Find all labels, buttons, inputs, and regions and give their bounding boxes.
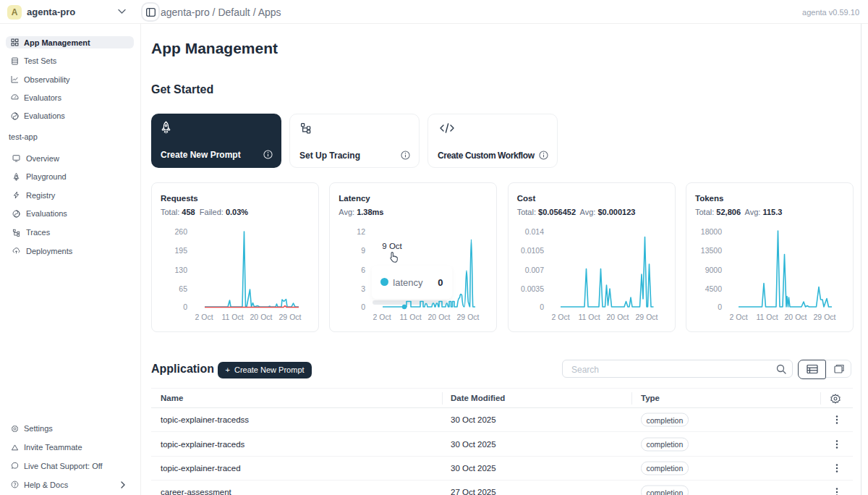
svg-text:9: 9 <box>361 246 365 255</box>
svg-text:11 Oct: 11 Oct <box>578 313 600 321</box>
svg-text:12: 12 <box>357 227 366 236</box>
svg-text:0: 0 <box>540 302 544 311</box>
svg-text:0: 0 <box>718 302 722 311</box>
svg-text:4500: 4500 <box>705 284 723 293</box>
svg-text:0: 0 <box>183 302 187 311</box>
svg-text:20 Oct: 20 Oct <box>250 313 273 321</box>
svg-text:3: 3 <box>361 284 365 293</box>
svg-text:9000: 9000 <box>705 266 723 274</box>
svg-text:130: 130 <box>174 266 187 274</box>
svg-text:2 Oct: 2 Oct <box>373 313 391 321</box>
svg-text:0.0105: 0.0105 <box>521 246 544 255</box>
svg-text:2 Oct: 2 Oct <box>195 313 213 321</box>
svg-text:29 Oct: 29 Oct <box>457 313 480 321</box>
svg-text:20 Oct: 20 Oct <box>785 313 807 321</box>
svg-text:11 Oct: 11 Oct <box>756 313 778 321</box>
svg-text:6: 6 <box>361 266 365 274</box>
svg-text:2 Oct: 2 Oct <box>551 313 569 321</box>
svg-text:20 Oct: 20 Oct <box>428 313 451 321</box>
svg-text:195: 195 <box>174 246 187 255</box>
svg-text:20 Oct: 20 Oct <box>606 313 629 321</box>
svg-text:0: 0 <box>361 302 365 311</box>
svg-text:2 Oct: 2 Oct <box>729 313 747 321</box>
svg-text:0.007: 0.007 <box>524 266 543 274</box>
svg-text:29 Oct: 29 Oct <box>279 313 302 321</box>
svg-text:0.0035: 0.0035 <box>521 284 544 293</box>
svg-text:13500: 13500 <box>701 246 722 255</box>
svg-text:11 Oct: 11 Oct <box>400 313 422 321</box>
svg-text:0.014: 0.014 <box>524 227 543 236</box>
svg-text:29 Oct: 29 Oct <box>635 313 658 321</box>
svg-text:29 Oct: 29 Oct <box>814 313 836 321</box>
svg-text:11 Oct: 11 Oct <box>221 313 243 321</box>
svg-text:65: 65 <box>179 284 187 293</box>
svg-text:260: 260 <box>174 227 187 236</box>
svg-text:18000: 18000 <box>701 227 722 236</box>
